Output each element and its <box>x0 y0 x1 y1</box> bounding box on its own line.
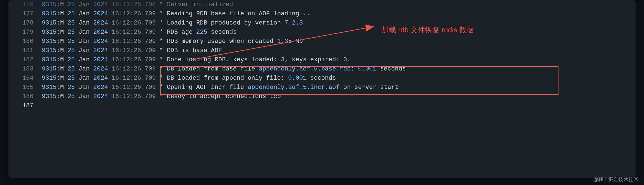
line-content: 9315:M 25 Jan 2024 16:12:26.709 * Done l… <box>42 55 636 64</box>
line-content: 9315:M 25 Jan 2024 16:12:26.709 * RDB me… <box>42 37 636 46</box>
line-number: 177 <box>8 9 42 18</box>
line-number: 185 <box>8 83 42 92</box>
line-content: 9315:M 25 Jan 2024 16:12:26.709 * DB loa… <box>42 74 636 83</box>
log-line: 1769315:M 25 Jan 2024 16:12:26.708 * Ser… <box>8 0 636 9</box>
line-number: 186 <box>8 92 42 101</box>
line-number: 187 <box>8 101 42 110</box>
log-line: 1789315:M 25 Jan 2024 16:12:26.709 * Loa… <box>8 18 636 28</box>
log-line: 1799315:M 25 Jan 2024 16:12:26.709 * RDB… <box>8 28 636 37</box>
line-number: 179 <box>8 28 42 37</box>
line-number: 184 <box>8 74 42 83</box>
line-content: 9315:M 25 Jan 2024 16:12:26.709 * RDB ag… <box>42 28 636 37</box>
log-line: 1859315:M 25 Jan 2024 16:12:26.709 * Ope… <box>8 83 636 92</box>
log-line: 1809315:M 25 Jan 2024 16:12:26.709 * RDB… <box>8 37 636 46</box>
line-number: 182 <box>8 55 42 64</box>
line-content: 9315:M 25 Jan 2024 16:12:26.709 * RDB is… <box>42 46 636 55</box>
watermark: @稀土掘金技术社区 <box>593 176 638 183</box>
line-number: 178 <box>8 18 42 28</box>
log-line: 1779315:M 25 Jan 2024 16:12:26.709 * Rea… <box>8 9 636 18</box>
log-line: 1839315:M 25 Jan 2024 16:12:26.709 * DB … <box>8 64 636 74</box>
line-number: 176 <box>8 0 42 9</box>
line-number: 181 <box>8 46 42 55</box>
log-line: 1869315:M 25 Jan 2024 16:12:26.709 * Rea… <box>8 92 636 101</box>
line-content: 9315:M 25 Jan 2024 16:12:26.709 * Loadin… <box>42 18 636 28</box>
code-lines: 1769315:M 25 Jan 2024 16:12:26.708 * Ser… <box>8 0 636 110</box>
log-line: 1819315:M 25 Jan 2024 16:12:26.709 * RDB… <box>8 46 636 55</box>
line-content: 9315:M 25 Jan 2024 16:12:26.708 * Server… <box>42 0 636 9</box>
log-line: 1849315:M 25 Jan 2024 16:12:26.709 * DB … <box>8 74 636 83</box>
line-content: 9315:M 25 Jan 2024 16:12:26.709 * DB loa… <box>42 64 636 74</box>
line-content: 9315:M 25 Jan 2024 16:12:26.709 * Readin… <box>42 9 636 18</box>
line-number: 183 <box>8 64 42 74</box>
log-line: 187 <box>8 101 636 110</box>
log-line: 1829315:M 25 Jan 2024 16:12:26.709 * Don… <box>8 55 636 64</box>
line-content: 9315:M 25 Jan 2024 16:12:26.709 * Ready … <box>42 92 636 101</box>
line-content: 9315:M 25 Jan 2024 16:12:26.709 * Openin… <box>42 83 636 92</box>
line-number: 180 <box>8 37 42 46</box>
code-editor[interactable]: 1769315:M 25 Jan 2024 16:12:26.708 * Ser… <box>8 0 636 178</box>
